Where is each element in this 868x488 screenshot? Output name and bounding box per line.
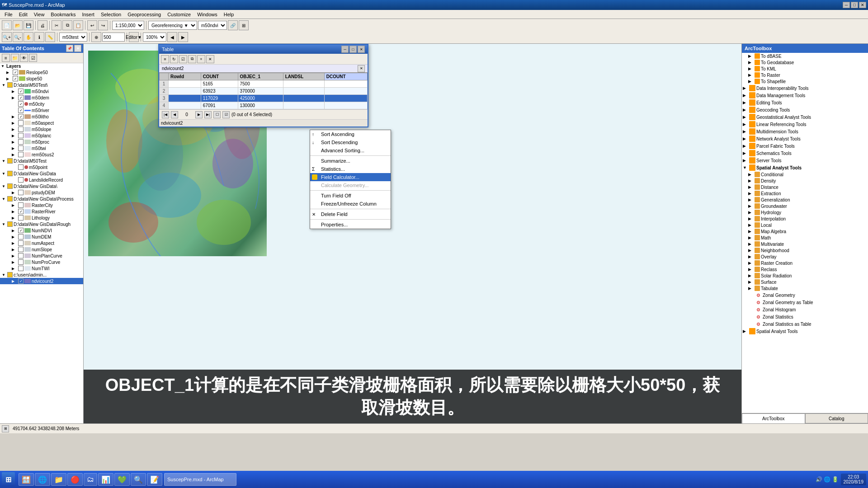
arc-item-geocoding[interactable]: ▶ Geocoding Tools [742,106,868,113]
toc-item-m50dem[interactable]: ▶ m50dem [0,94,83,101]
toc-item-m50twi[interactable]: ▶ m50twi [0,145,83,151]
snap-tolerance-input[interactable] [102,33,125,42]
cb-numplanc[interactable] [18,253,24,258]
nav-prev-btn[interactable]: ◀ [171,111,178,118]
cb-slope50[interactable] [13,76,18,81]
taskbar-green-icon[interactable]: 💚 [114,473,130,486]
arc-item-conditional[interactable]: ▶ Conditional [742,171,868,178]
arc-item-extraction[interactable]: ▶ Extraction [742,190,868,197]
toc-item-m50litho[interactable]: ▶ m50litho [0,113,83,120]
col-landsl[interactable]: LANDSL [283,73,324,80]
cb-numtwi[interactable] [18,266,24,271]
arc-item-interpolation[interactable]: ▶ Interpolation [742,216,868,222]
arc-item-math[interactable]: ▶ Math [742,235,868,241]
cb-numproc[interactable] [18,259,24,265]
taskbar-word-icon[interactable]: 📝 [147,473,162,486]
arc-item-overlay[interactable]: ▶ Overlay [742,253,868,260]
nav-next-btn[interactable]: ▶ [195,111,203,118]
taskbar-clock[interactable]: 22:03 2020/8/19 [841,474,867,485]
table-maximize-btn[interactable]: □ [349,46,357,53]
table-row[interactable]: 4 67091 130000 [160,102,368,109]
identify-button[interactable]: ℹ [34,32,44,42]
arc-item-linear-ref[interactable]: ▶ Linear Referencing Tools [742,121,868,128]
arc-item-parcel[interactable]: ▶ Parcel Fabric Tools [742,142,868,150]
arc-item-zonal-stats[interactable]: ⚙ Zonal Statistics [742,313,868,320]
toc-item-slope50[interactable]: ▶ slope50 [0,75,83,82]
taskbar-arcmap-btn[interactable]: SuscepPre.mxd - ArcMap [164,473,236,486]
menu-geoprocessing[interactable]: Geoprocessing [125,11,164,18]
active-layer-select[interactable]: m50test [59,33,87,42]
toc-item-rastercity[interactable]: ▶ RasterCity [0,202,83,208]
taskbar-red-icon[interactable]: 🔴 [67,473,83,486]
georef-select[interactable]: Georeferencing ▼ [148,21,197,30]
menu-view[interactable]: View [31,11,47,18]
toc-item-m50slope[interactable]: ▶ m50slope [0,126,83,132]
cb-m50ndvi[interactable] [18,89,24,94]
link-button[interactable]: 🔗 [228,20,238,30]
arc-item-zonal-geom[interactable]: ⚙ Zonal Geometry [742,291,868,299]
redo-button[interactable]: ↪ [98,20,108,30]
print-button[interactable]: 🖨 [38,20,47,30]
cb-lithology[interactable] [18,215,24,221]
paste-button[interactable]: 📋 [73,20,83,30]
toc-item-m50planc[interactable]: ▶ m50planc [0,132,83,139]
zoom-out-button[interactable]: 🔍- [13,32,23,42]
toc-item-lithology[interactable]: ▶ Lithology [0,215,83,221]
measure-button[interactable]: 📏 [45,32,55,42]
arc-tab-catalog[interactable]: Catalog [805,413,868,423]
toc-group-rough[interactable]: ▼ D:\data\New GisData\Rough [0,221,83,227]
taskbar-chrome-icon[interactable]: 🌐 [35,473,50,486]
ctx-freeze[interactable]: Freeze/Unfreeze Column [310,200,391,208]
arc-item-multidim[interactable]: ▶ Multidimension Tools [742,128,868,135]
ctx-properties[interactable]: Properties... [310,221,391,229]
menu-file[interactable]: File [2,11,15,18]
arc-item-geostat[interactable]: ▶ Geostatistical Analyst Tools [742,113,868,121]
toc-group-newgis[interactable]: ▼ D:\data\New GisData [0,170,83,177]
taskbar-tool-icon[interactable]: 🗂 [84,473,97,486]
arc-item-raster-creation[interactable]: ▶ Raster Creation [742,260,868,266]
arc-item-surface[interactable]: ▶ Surface [742,279,868,285]
cb-m50proc[interactable] [18,139,24,145]
cut-button[interactable]: ✂ [52,20,61,30]
taskbar-folder-icon[interactable]: 📁 [51,473,66,486]
arc-item-local[interactable]: ▶ Local [742,222,868,228]
toc-item-m50ndvi[interactable]: ▶ m50ndvi [0,88,83,94]
menu-help[interactable]: Help [221,11,237,18]
start-button[interactable]: ⊞ [2,472,15,487]
nav-sel-btn[interactable]: ☑ [222,111,230,118]
next-extent-btn[interactable]: ▶ [178,32,188,42]
table-del-btn[interactable]: ✕ [206,55,214,63]
layer-select[interactable]: m50ndvi [198,21,227,30]
ctx-delete-field[interactable]: ✕ Delete Field [310,210,391,218]
arc-item-network[interactable]: ▶ Network Analyst Tools [742,135,868,142]
arc-item-to-dbase[interactable]: ▶ To dBASE [742,53,868,59]
subtable-close-btn[interactable]: ✕ [358,65,365,72]
cb-m50point[interactable] [18,164,24,170]
toc-item-rasterriver[interactable]: ▶ RasterRiver [0,208,83,215]
menu-edit[interactable]: Edit [16,11,30,18]
nav-new-btn[interactable]: ☐ [213,111,221,118]
arc-item-density[interactable]: ▶ Density [742,178,868,184]
toc-sel-btn[interactable]: ☑ [29,54,37,62]
arc-item-hydrology[interactable]: ▶ Hydrology [742,209,868,216]
toc-item-numaspect[interactable]: ▶ numAspect [0,240,83,246]
toc-item-numplanc[interactable]: ▶ NumPlanCurve [0,253,83,259]
cb-m50litho[interactable] [18,114,24,119]
arc-item-spatial-analyst[interactable]: ▼ Spatial Analyst Tools [742,164,868,171]
toc-item-numtwi[interactable]: ▶ NumTWI [0,265,83,272]
arc-item-data-mgmt[interactable]: ▶ Data Management Tools [742,92,868,99]
toc-item-m50river[interactable]: m50river [0,107,83,113]
cb-m50city[interactable] [18,101,24,107]
menu-insert[interactable]: Insert [79,11,97,18]
minimize-button[interactable]: ─ [843,2,850,8]
table-add-btn[interactable]: + [197,55,205,63]
col-rownum[interactable] [160,73,169,80]
editor-btn[interactable]: Editor▼ [129,32,139,42]
status-resize-btn[interactable]: ⊞ [2,425,9,432]
toc-item-pstudydem[interactable]: ▶ pstudyDEM [0,189,83,196]
nav-last-btn[interactable]: ▶| [204,111,212,118]
arc-item-zonal-hist[interactable]: ⚙ Zonal Histogram [742,306,868,313]
new-button[interactable]: 📄 [2,20,12,30]
zoom-select[interactable]: 100% [143,33,166,42]
cb-rastercity[interactable] [18,202,24,208]
